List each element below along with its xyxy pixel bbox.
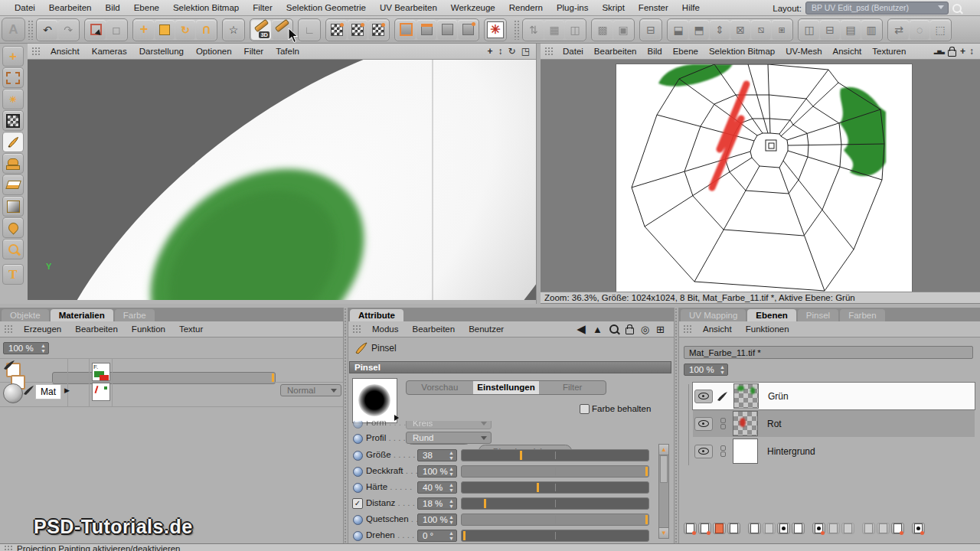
viewport-3d-canvas[interactable]: Y <box>28 60 536 300</box>
uv-poly-select-button[interactable] <box>368 20 388 40</box>
haerte-slider[interactable] <box>461 481 649 494</box>
adjustment-layer-button[interactable] <box>763 523 776 534</box>
haerte-value-field[interactable]: 40 %▲▼ <box>417 481 457 494</box>
target-icon[interactable]: ◎ <box>641 324 649 335</box>
layer-visibility-toggle[interactable] <box>694 390 713 403</box>
pan-view-icon[interactable]: + <box>488 46 493 57</box>
tex-menu-texturen[interactable]: Texturen <box>867 44 911 60</box>
layer-visibility-toggle[interactable] <box>694 445 713 458</box>
attr-menu-benutzer[interactable]: Benutzer <box>462 321 511 337</box>
new-layer-button[interactable] <box>684 523 697 534</box>
brush-tool[interactable] <box>2 132 24 152</box>
maximize-view-icon[interactable]: ◳ <box>521 46 530 57</box>
enable-radio[interactable] <box>353 467 363 477</box>
history-back-button[interactable] <box>862 523 875 534</box>
menu-werkzeuge[interactable]: Werkzeuge <box>444 0 502 16</box>
duplicate-layer-button[interactable] <box>698 523 711 534</box>
zoom-view-icon[interactable]: ↕ <box>498 46 503 57</box>
distanz-checkbox[interactable]: ✓ <box>352 498 363 509</box>
uv-mirror-x-button[interactable]: ⊠ <box>730 20 750 40</box>
add-mask-button[interactable] <box>812 523 825 534</box>
groesse-value-field[interactable]: 38▲▼ <box>417 449 457 461</box>
texture-canvas-area[interactable] <box>541 60 980 292</box>
layer-thumbnail[interactable] <box>733 383 759 409</box>
eraser-tool[interactable] <box>2 174 24 195</box>
magic-wand-tool[interactable]: ☀ <box>2 89 24 109</box>
uv-rotate-button[interactable]: ⧆ <box>772 20 792 40</box>
tex-menu-bild[interactable]: Bild <box>642 44 667 60</box>
form-enable-radio[interactable] <box>353 421 363 429</box>
magnet-tool-button[interactable]: U <box>196 20 216 40</box>
tex-menu-ansicht[interactable]: Ansicht <box>828 44 867 60</box>
scroll-thumb[interactable] <box>660 455 668 483</box>
view-menu-optionen[interactable]: Optionen <box>190 44 238 60</box>
menu-grip[interactable] <box>4 324 14 334</box>
model-mode-button[interactable]: ◻ <box>106 20 126 40</box>
mat-menu-erzeugen[interactable]: Erzeugen <box>17 321 68 337</box>
brush-section-header[interactable]: Pinsel <box>349 361 671 373</box>
menu-selektion-geometrie[interactable]: Selektion Geometrie <box>279 0 373 16</box>
layer-opacity-field[interactable]: 100 %▲▼ <box>684 364 728 376</box>
corner-tool-button[interactable]: ∟ <box>299 20 319 40</box>
enable-radio[interactable] <box>353 451 363 461</box>
copy-layer-button[interactable] <box>727 523 740 534</box>
search-icon[interactable] <box>609 324 619 334</box>
tab-ebenen[interactable]: Ebenen <box>747 309 796 321</box>
tex-menu-ebene[interactable]: Ebene <box>668 44 704 60</box>
zoom-view-icon[interactable]: ↕ <box>969 46 974 57</box>
uv-align-left-button[interactable]: ⊟ <box>641 20 661 40</box>
paint-enabled-brush-icon[interactable] <box>23 385 35 396</box>
brush-3d-button[interactable]: 3D <box>251 20 271 40</box>
uv-point-select-button[interactable] <box>327 20 347 40</box>
menu-grip[interactable] <box>4 545 14 551</box>
enable-radio[interactable] <box>353 515 363 525</box>
groesse-slider[interactable] <box>461 449 649 461</box>
folder-button[interactable] <box>827 523 840 534</box>
merge-down-button[interactable] <box>748 523 761 534</box>
magic-wand-button[interactable]: ☆ <box>224 20 243 40</box>
brush-preview[interactable] <box>352 378 397 423</box>
texture-view-button[interactable]: ✳ <box>485 20 505 40</box>
uv-square-button[interactable]: ⬚ <box>930 20 950 40</box>
uv-relax-button[interactable]: ⇄ <box>889 20 909 40</box>
layer-visibility-toggle[interactable] <box>694 417 713 431</box>
menu-skript[interactable]: Skript <box>595 0 631 16</box>
magnify-tool[interactable] <box>2 239 24 259</box>
toolbar-grip[interactable] <box>514 20 520 40</box>
texture-channel-thumbnail[interactable]: F. <box>92 363 110 381</box>
attribute-scrollbar[interactable]: ▲ ▼ <box>658 444 669 539</box>
uv-circle-button[interactable]: ◌ <box>910 20 929 40</box>
rotate-tool-button[interactable]: ↻ <box>175 20 195 40</box>
tab-vorschau[interactable]: Vorschau <box>407 381 473 394</box>
rotate-view-icon[interactable]: ↻ <box>508 46 516 57</box>
enable-radio[interactable] <box>353 531 363 541</box>
menu-datei[interactable]: Datei <box>8 0 42 16</box>
gradient-tool[interactable] <box>2 196 24 217</box>
frame-select-tool[interactable] <box>2 110 24 131</box>
view-menu-ansicht[interactable]: Ansicht <box>44 44 86 60</box>
distanz-value-field[interactable]: 18 %▲▼ <box>417 497 457 510</box>
menu-selektion-bitmap[interactable]: Selektion Bitmap <box>166 0 246 16</box>
quetschen-slider[interactable] <box>461 514 649 526</box>
lock-icon[interactable] <box>948 50 956 57</box>
add-channel-button[interactable] <box>912 523 925 534</box>
history-forward-button[interactable] <box>877 523 890 534</box>
spinner-icon[interactable]: ▲▼ <box>41 343 46 354</box>
texture-name-field[interactable]: Mat_Farbe_11.tif * <box>684 346 973 359</box>
undo-button[interactable]: ↶ <box>38 20 57 40</box>
deckkraft-slider[interactable] <box>461 465 649 478</box>
menu-ebene[interactable]: Ebene <box>127 0 166 16</box>
link-icon[interactable] <box>717 418 728 429</box>
cube-mode-all-button[interactable] <box>396 20 416 40</box>
panel-splitter[interactable] <box>674 308 679 543</box>
tab-einstellungen[interactable]: Einstellungen <box>473 381 540 394</box>
menu-grip[interactable] <box>352 324 362 334</box>
scale-tool-button[interactable] <box>155 20 175 40</box>
material-texture-thumbnail[interactable] <box>92 383 110 401</box>
keep-color-checkbox[interactable] <box>580 404 590 414</box>
uv-list-button[interactable]: ▤ <box>841 20 861 40</box>
marquee-select-tool[interactable] <box>2 67 24 88</box>
material-opacity-field[interactable]: 100 %▲▼ <box>3 342 49 354</box>
menu-bild[interactable]: Bild <box>98 0 126 16</box>
cube-mode-point-button[interactable] <box>458 20 478 40</box>
